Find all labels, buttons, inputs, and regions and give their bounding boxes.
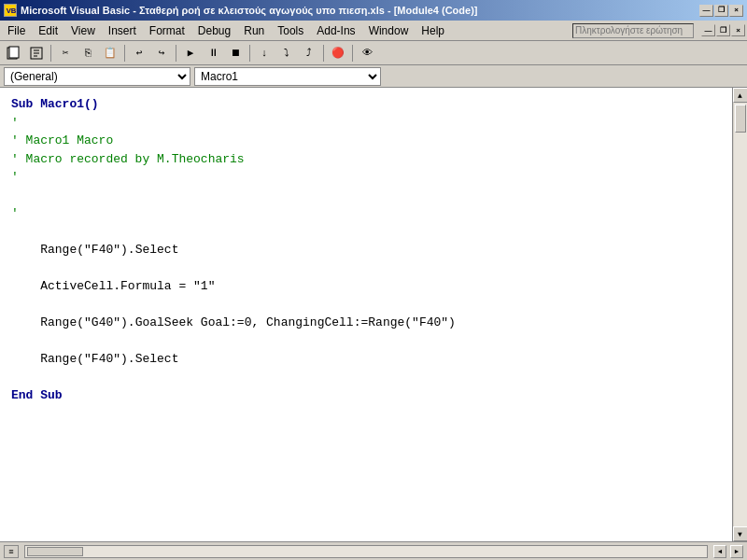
vertical-scrollbar: ▲ ▼ — [732, 88, 747, 541]
code-line-15: Range("F40").Select — [11, 350, 725, 369]
code-line-8 — [11, 223, 725, 242]
toolbar-btn-pause[interactable]: ⏸ — [203, 44, 223, 63]
view-normal-button[interactable]: ≡ — [4, 545, 19, 558]
code-line-2: ' — [11, 114, 725, 133]
code-line-3: ' Macro1 Macro — [11, 132, 725, 150]
toolbar-btn-redo[interactable]: ↪ — [151, 44, 172, 63]
title-text: Microsoft Visual Basic - Σταθερή ροή σε … — [21, 5, 478, 16]
toolbar-btn-step[interactable]: ↓ — [254, 44, 275, 63]
menu-help[interactable]: Help — [416, 22, 450, 39]
code-line-17: End Sub — [11, 386, 725, 405]
toolbar-separator-2 — [124, 45, 125, 62]
menu-addins[interactable]: Add-Ins — [311, 22, 360, 39]
inner-close-button[interactable]: × — [731, 24, 745, 36]
svg-rect-3 — [9, 47, 19, 58]
status-bar: ≡ ◄ ► — [0, 541, 747, 560]
code-line-12 — [11, 296, 725, 315]
title-bar: VB Microsoft Visual Basic - Σταθερή ροή … — [0, 0, 747, 21]
close-button[interactable]: × — [729, 5, 743, 17]
window-controls: — ❐ × — [699, 5, 743, 17]
code-line-9: Range("F40").Select — [11, 241, 725, 259]
general-dropdown[interactable]: (General) — [4, 67, 190, 86]
toolbar-btn-cut[interactable]: ✂ — [55, 44, 76, 63]
toolbar-separator-6 — [352, 45, 353, 62]
menu-bar: File Edit View Insert Format Debug Run T… — [0, 21, 747, 41]
toolbar-separator-3 — [176, 45, 176, 62]
menu-debug[interactable]: Debug — [192, 22, 236, 39]
toolbar-separator — [50, 45, 51, 62]
code-line-11: ActiveCell.Formula = "1" — [11, 277, 725, 296]
scroll-track-v[interactable] — [734, 103, 747, 526]
inner-minimize-button[interactable]: — — [701, 24, 715, 36]
toolbar-btn-break[interactable]: 🔴 — [328, 44, 348, 63]
toolbar-btn-watch[interactable]: 👁 — [357, 44, 377, 63]
scroll-thumb-h[interactable] — [27, 547, 83, 556]
code-line-5: ' — [11, 168, 725, 187]
menu-format[interactable]: Format — [144, 22, 190, 39]
toolbar: ✂ ⎘ 📋 ↩ ↪ ▶ ⏸ ⏹ ↓ ⤵ ⤴ 🔴 👁 — [0, 41, 747, 65]
scroll-right-button[interactable]: ► — [730, 545, 743, 558]
inner-restore-button[interactable]: ❐ — [716, 24, 730, 36]
toolbar-btn-step-out[interactable]: ⤴ — [299, 44, 319, 63]
scroll-up-button[interactable]: ▲ — [733, 88, 748, 103]
code-line-13: Range("G40").GoalSeek Goal:=0, ChangingC… — [11, 314, 725, 332]
menu-run[interactable]: Run — [238, 22, 270, 39]
code-line-10 — [11, 259, 725, 278]
code-line-16 — [11, 369, 725, 387]
status-left: ≡ — [4, 545, 19, 558]
main-area: Sub Macro1() ' ' Macro1 Macro ' Macro re… — [0, 88, 747, 541]
menu-insert[interactable]: Insert — [103, 22, 142, 39]
macro-dropdown[interactable]: Macro1 — [194, 67, 381, 86]
toolbar-btn-step-over[interactable]: ⤵ — [276, 44, 297, 63]
toolbar-btn-1[interactable] — [4, 44, 24, 63]
code-editor[interactable]: Sub Macro1() ' ' Macro1 Macro ' Macro re… — [0, 88, 732, 541]
dropdowns-row: (General) Macro1 — [0, 65, 747, 88]
code-line-7: ' — [11, 204, 725, 223]
toolbar-btn-2[interactable] — [26, 44, 47, 63]
toolbar-separator-5 — [323, 45, 324, 62]
search-input[interactable] — [572, 23, 694, 38]
menu-tools[interactable]: Tools — [272, 22, 309, 39]
search-area: — ❐ × — [572, 23, 745, 38]
code-line-1: Sub Macro1() — [11, 95, 725, 114]
scroll-down-button[interactable]: ▼ — [733, 526, 748, 541]
code-line-6 — [11, 187, 725, 205]
toolbar-btn-stop[interactable]: ⏹ — [225, 44, 246, 63]
svg-text:VB: VB — [7, 7, 16, 15]
menu-view[interactable]: View — [65, 22, 101, 39]
code-line-4: ' Macro recorded by M.Theocharis — [11, 150, 725, 169]
scroll-left-button[interactable]: ◄ — [713, 545, 726, 558]
toolbar-separator-4 — [249, 45, 250, 62]
scroll-thumb-v[interactable] — [735, 105, 746, 133]
menu-window[interactable]: Window — [363, 22, 415, 39]
app-icon: VB — [4, 4, 17, 17]
toolbar-btn-copy[interactable]: ⎘ — [78, 44, 98, 63]
restore-button[interactable]: ❐ — [714, 5, 728, 17]
menu-file[interactable]: File — [2, 22, 31, 39]
horizontal-scrollbar[interactable] — [24, 545, 708, 558]
toolbar-btn-undo[interactable]: ↩ — [129, 44, 149, 63]
toolbar-btn-paste[interactable]: 📋 — [100, 44, 120, 63]
toolbar-btn-run[interactable]: ▶ — [180, 44, 201, 63]
code-line-14 — [11, 332, 725, 351]
menu-edit[interactable]: Edit — [33, 22, 63, 39]
minimize-button[interactable]: — — [699, 5, 713, 17]
